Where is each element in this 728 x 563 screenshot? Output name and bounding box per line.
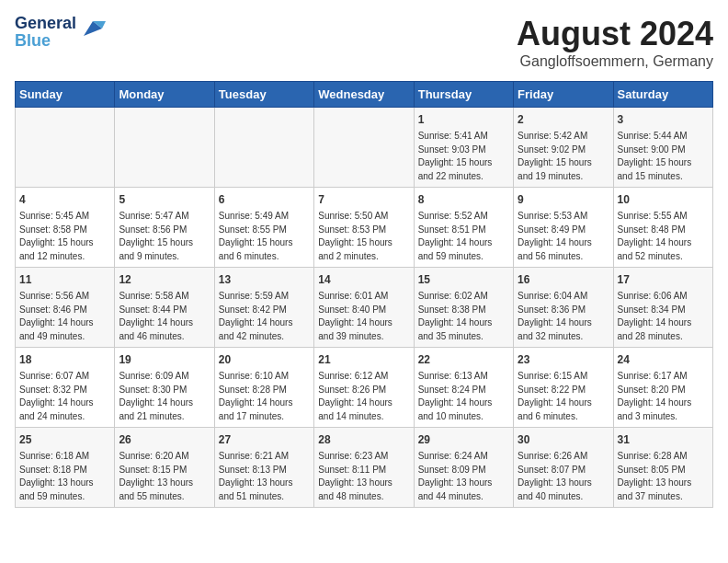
day-detail: Sunrise: 6:24 AM Sunset: 8:09 PM Dayligh… — [418, 450, 509, 503]
day-detail: Sunrise: 5:49 AM Sunset: 8:55 PM Dayligh… — [219, 210, 310, 263]
day-detail: Sunrise: 6:10 AM Sunset: 8:28 PM Dayligh… — [219, 370, 310, 423]
day-number: 22 — [418, 351, 509, 368]
title-block: August 2024 Gangloffsoemmern, Germany — [517, 15, 713, 70]
calendar-cell: 18Sunrise: 6:07 AM Sunset: 8:32 PM Dayli… — [16, 348, 115, 428]
header-cell-thursday: Thursday — [414, 82, 513, 108]
calendar-cell: 1Sunrise: 5:41 AM Sunset: 9:03 PM Daylig… — [414, 108, 513, 188]
logo-icon — [80, 16, 106, 41]
day-number: 25 — [19, 431, 110, 448]
calendar-cell: 16Sunrise: 6:04 AM Sunset: 8:36 PM Dayli… — [514, 268, 613, 348]
calendar-cell: 8Sunrise: 5:52 AM Sunset: 8:51 PM Daylig… — [414, 188, 513, 268]
calendar-cell: 30Sunrise: 6:26 AM Sunset: 8:07 PM Dayli… — [514, 428, 613, 508]
day-number: 13 — [219, 271, 310, 288]
day-detail: Sunrise: 6:06 AM Sunset: 8:34 PM Dayligh… — [618, 290, 709, 343]
day-detail: Sunrise: 5:53 AM Sunset: 8:49 PM Dayligh… — [518, 210, 609, 263]
logo-general: General — [15, 15, 76, 32]
day-number: 8 — [418, 191, 509, 208]
logo: General Blue — [15, 15, 106, 50]
day-number: 26 — [119, 431, 210, 448]
day-detail: Sunrise: 6:02 AM Sunset: 8:38 PM Dayligh… — [418, 290, 509, 343]
calendar-cell: 12Sunrise: 5:58 AM Sunset: 8:44 PM Dayli… — [115, 268, 214, 348]
week-row-4: 18Sunrise: 6:07 AM Sunset: 8:32 PM Dayli… — [16, 348, 713, 428]
header-cell-wednesday: Wednesday — [314, 82, 414, 108]
header-cell-monday: Monday — [115, 82, 214, 108]
calendar-cell — [314, 108, 414, 188]
day-number: 5 — [119, 191, 210, 208]
day-detail: Sunrise: 5:45 AM Sunset: 8:58 PM Dayligh… — [19, 210, 110, 263]
calendar-header-row: SundayMondayTuesdayWednesdayThursdayFrid… — [16, 82, 713, 108]
calendar-cell: 9Sunrise: 5:53 AM Sunset: 8:49 PM Daylig… — [514, 188, 613, 268]
header: General Blue August 2024 Gangloffsoemmer… — [15, 15, 713, 70]
calendar-cell — [16, 108, 115, 188]
calendar-cell: 19Sunrise: 6:09 AM Sunset: 8:30 PM Dayli… — [115, 348, 214, 428]
day-number: 2 — [518, 111, 609, 128]
day-number: 30 — [518, 431, 609, 448]
day-number: 1 — [418, 111, 509, 128]
day-detail: Sunrise: 5:44 AM Sunset: 9:00 PM Dayligh… — [618, 130, 709, 183]
calendar-cell: 10Sunrise: 5:55 AM Sunset: 8:48 PM Dayli… — [613, 188, 712, 268]
main-title: August 2024 — [517, 15, 713, 53]
day-detail: Sunrise: 6:09 AM Sunset: 8:30 PM Dayligh… — [119, 370, 210, 423]
day-number: 11 — [19, 271, 110, 288]
calendar-cell: 22Sunrise: 6:13 AM Sunset: 8:24 PM Dayli… — [414, 348, 513, 428]
week-row-2: 4Sunrise: 5:45 AM Sunset: 8:58 PM Daylig… — [16, 188, 713, 268]
day-detail: Sunrise: 5:50 AM Sunset: 8:53 PM Dayligh… — [318, 210, 409, 263]
day-number: 7 — [318, 191, 409, 208]
day-detail: Sunrise: 6:12 AM Sunset: 8:26 PM Dayligh… — [318, 370, 409, 423]
day-number: 6 — [219, 191, 310, 208]
day-number: 12 — [119, 271, 210, 288]
day-number: 16 — [518, 271, 609, 288]
calendar-cell: 14Sunrise: 6:01 AM Sunset: 8:40 PM Dayli… — [314, 268, 414, 348]
calendar-cell: 20Sunrise: 6:10 AM Sunset: 8:28 PM Dayli… — [214, 348, 313, 428]
calendar-cell: 7Sunrise: 5:50 AM Sunset: 8:53 PM Daylig… — [314, 188, 414, 268]
calendar-cell — [115, 108, 214, 188]
calendar-table: SundayMondayTuesdayWednesdayThursdayFrid… — [15, 81, 713, 508]
header-cell-sunday: Sunday — [16, 82, 115, 108]
calendar-cell: 11Sunrise: 5:56 AM Sunset: 8:46 PM Dayli… — [16, 268, 115, 348]
calendar-cell: 31Sunrise: 6:28 AM Sunset: 8:05 PM Dayli… — [613, 428, 712, 508]
header-cell-tuesday: Tuesday — [214, 82, 313, 108]
day-detail: Sunrise: 5:52 AM Sunset: 8:51 PM Dayligh… — [418, 210, 509, 263]
day-detail: Sunrise: 6:13 AM Sunset: 8:24 PM Dayligh… — [418, 370, 509, 423]
week-row-3: 11Sunrise: 5:56 AM Sunset: 8:46 PM Dayli… — [16, 268, 713, 348]
calendar-cell: 17Sunrise: 6:06 AM Sunset: 8:34 PM Dayli… — [613, 268, 712, 348]
day-detail: Sunrise: 5:59 AM Sunset: 8:42 PM Dayligh… — [219, 290, 310, 343]
day-number: 17 — [618, 271, 709, 288]
day-number: 14 — [318, 271, 409, 288]
calendar-cell: 23Sunrise: 6:15 AM Sunset: 8:22 PM Dayli… — [514, 348, 613, 428]
calendar-cell: 21Sunrise: 6:12 AM Sunset: 8:26 PM Dayli… — [314, 348, 414, 428]
calendar-cell: 3Sunrise: 5:44 AM Sunset: 9:00 PM Daylig… — [613, 108, 712, 188]
calendar-cell: 26Sunrise: 6:20 AM Sunset: 8:15 PM Dayli… — [115, 428, 214, 508]
day-number: 29 — [418, 431, 509, 448]
header-cell-friday: Friday — [514, 82, 613, 108]
calendar-body: 1Sunrise: 5:41 AM Sunset: 9:03 PM Daylig… — [16, 108, 713, 508]
day-number: 23 — [518, 351, 609, 368]
day-number: 18 — [19, 351, 110, 368]
calendar-cell: 5Sunrise: 5:47 AM Sunset: 8:56 PM Daylig… — [115, 188, 214, 268]
calendar-cell: 6Sunrise: 5:49 AM Sunset: 8:55 PM Daylig… — [214, 188, 313, 268]
day-number: 9 — [518, 191, 609, 208]
day-detail: Sunrise: 5:58 AM Sunset: 8:44 PM Dayligh… — [119, 290, 210, 343]
day-detail: Sunrise: 6:20 AM Sunset: 8:15 PM Dayligh… — [119, 450, 210, 503]
day-detail: Sunrise: 5:41 AM Sunset: 9:03 PM Dayligh… — [418, 130, 509, 183]
day-detail: Sunrise: 6:26 AM Sunset: 8:07 PM Dayligh… — [518, 450, 609, 503]
day-number: 28 — [318, 431, 409, 448]
day-number: 3 — [618, 111, 709, 128]
calendar-cell: 15Sunrise: 6:02 AM Sunset: 8:38 PM Dayli… — [414, 268, 513, 348]
day-number: 10 — [618, 191, 709, 208]
calendar-cell: 25Sunrise: 6:18 AM Sunset: 8:18 PM Dayli… — [16, 428, 115, 508]
day-detail: Sunrise: 5:47 AM Sunset: 8:56 PM Dayligh… — [119, 210, 210, 263]
calendar-cell: 24Sunrise: 6:17 AM Sunset: 8:20 PM Dayli… — [613, 348, 712, 428]
calendar-cell: 27Sunrise: 6:21 AM Sunset: 8:13 PM Dayli… — [214, 428, 313, 508]
day-detail: Sunrise: 6:07 AM Sunset: 8:32 PM Dayligh… — [19, 370, 110, 423]
day-detail: Sunrise: 6:21 AM Sunset: 8:13 PM Dayligh… — [219, 450, 310, 503]
calendar-cell: 2Sunrise: 5:42 AM Sunset: 9:02 PM Daylig… — [514, 108, 613, 188]
day-number: 4 — [19, 191, 110, 208]
day-number: 31 — [618, 431, 709, 448]
header-cell-saturday: Saturday — [613, 82, 712, 108]
calendar-cell: 28Sunrise: 6:23 AM Sunset: 8:11 PM Dayli… — [314, 428, 414, 508]
logo-blue: Blue — [15, 32, 76, 50]
day-detail: Sunrise: 6:18 AM Sunset: 8:18 PM Dayligh… — [19, 450, 110, 503]
day-detail: Sunrise: 6:15 AM Sunset: 8:22 PM Dayligh… — [518, 370, 609, 423]
day-detail: Sunrise: 6:17 AM Sunset: 8:20 PM Dayligh… — [618, 370, 709, 423]
